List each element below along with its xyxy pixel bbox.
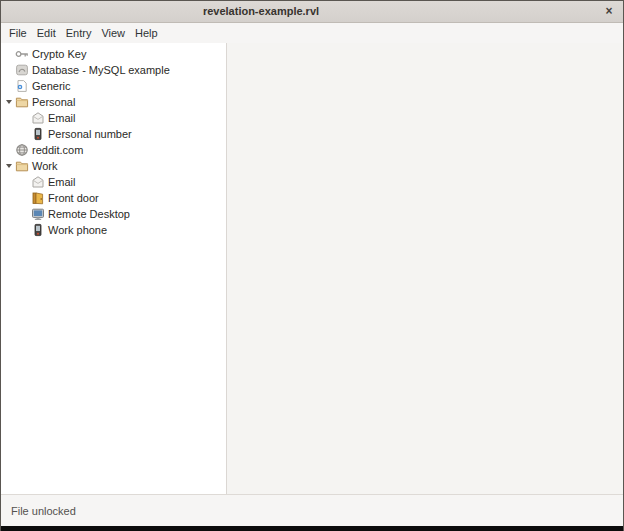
tree-item-work[interactable]: Work	[1, 158, 226, 174]
menu-item-view[interactable]: View	[96, 24, 130, 42]
main-area: Crypto KeyDatabase - MySQL exampleGeneri…	[1, 43, 623, 494]
close-icon[interactable]: ×	[600, 1, 618, 22]
tree-item-work-phone[interactable]: Work phone	[1, 222, 226, 238]
folder-icon	[15, 159, 29, 173]
tree-item-label: Generic	[32, 80, 71, 92]
statusbar: File unlocked	[1, 494, 623, 526]
folder-icon	[15, 95, 29, 109]
triangle-down-icon	[6, 100, 12, 104]
database-icon	[15, 63, 29, 77]
tree-item-label: Front door	[48, 192, 99, 204]
tree-item-front-door[interactable]: Front door	[1, 190, 226, 206]
tree-item-label: Email	[48, 176, 76, 188]
expander-icon[interactable]	[3, 164, 15, 168]
tree-item-remote-desktop[interactable]: Remote Desktop	[1, 206, 226, 222]
tree-item-label: reddit.com	[32, 144, 83, 156]
email-icon	[31, 175, 45, 189]
menu-item-entry[interactable]: Entry	[61, 24, 97, 42]
tree-item-reddit-com[interactable]: reddit.com	[1, 142, 226, 158]
tree-item-database-mysql-example[interactable]: Database - MySQL example	[1, 62, 226, 78]
tree-item-label: Remote Desktop	[48, 208, 130, 220]
triangle-down-icon	[6, 164, 12, 168]
content-panel	[227, 43, 623, 494]
phone-icon	[31, 223, 45, 237]
tree-item-label: Personal	[32, 96, 75, 108]
menubar: FileEditEntryViewHelp	[1, 23, 623, 43]
window-title: revelation-example.rvl	[61, 1, 461, 22]
door-icon	[31, 191, 45, 205]
tree-item-label: Crypto Key	[32, 48, 86, 60]
tree-item-label: Database - MySQL example	[32, 64, 170, 76]
tree-item-generic[interactable]: Generic	[1, 78, 226, 94]
tree-item-label: Work	[32, 160, 57, 172]
titlebar[interactable]: revelation-example.rvl ×	[1, 1, 623, 23]
window-bottom-edge	[1, 526, 623, 531]
tree-item-label: Personal number	[48, 128, 132, 140]
tree-item-email[interactable]: Email	[1, 174, 226, 190]
key-icon	[15, 47, 29, 61]
tree-item-label: Work phone	[48, 224, 107, 236]
phone-icon	[31, 127, 45, 141]
generic-icon	[15, 79, 29, 93]
tree-item-personal-number[interactable]: Personal number	[1, 126, 226, 142]
tree-item-personal[interactable]: Personal	[1, 94, 226, 110]
menu-item-edit[interactable]: Edit	[32, 24, 61, 42]
expander-icon[interactable]	[3, 100, 15, 104]
menu-item-help[interactable]: Help	[130, 24, 163, 42]
app-window: revelation-example.rvl × FileEditEntryVi…	[0, 0, 624, 531]
tree-item-crypto-key[interactable]: Crypto Key	[1, 46, 226, 62]
status-text: File unlocked	[11, 505, 76, 517]
remote-desktop-icon	[31, 207, 45, 221]
tree-item-label: Email	[48, 112, 76, 124]
website-icon	[15, 143, 29, 157]
email-icon	[31, 111, 45, 125]
menu-item-file[interactable]: File	[4, 24, 32, 42]
entry-tree-panel: Crypto KeyDatabase - MySQL exampleGeneri…	[1, 43, 227, 494]
tree-item-email[interactable]: Email	[1, 110, 226, 126]
